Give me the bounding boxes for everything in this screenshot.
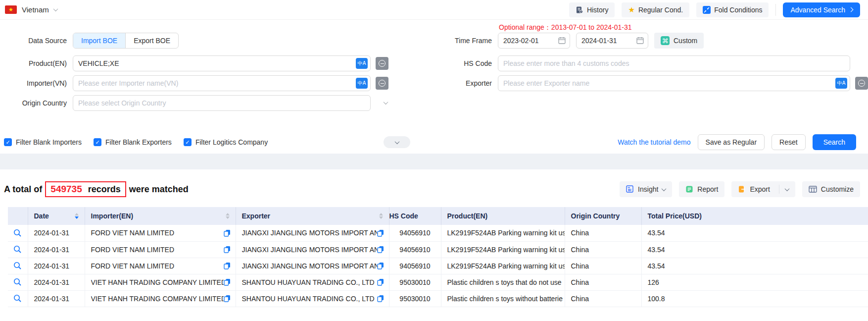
filter-checkbox[interactable]: ✓ Filter Logitics Company <box>184 138 268 146</box>
record-count-highlight-box: 549735 records <box>45 181 126 197</box>
insight-bi-icon: BI <box>626 185 634 193</box>
row-detail-cell <box>8 290 28 307</box>
filter-checkbox-label: Filter Blank Exporters <box>105 138 172 146</box>
tab-import-boe[interactable]: Import BOE <box>73 33 125 48</box>
cell-product: LK2919F524AB Parking warning kit us <box>441 262 565 270</box>
copy-icon[interactable] <box>377 246 384 253</box>
magnifier-icon[interactable] <box>13 262 22 270</box>
table-row[interactable]: 2024-01-31 VIET HANH TRADING COMPANY LIM… <box>8 290 868 307</box>
filter-checkbox[interactable]: ✓ Filter Blank Exporters <box>94 138 172 146</box>
star-icon: ★ <box>628 6 634 13</box>
command-icon: ⌘ <box>661 36 670 45</box>
header-exporter[interactable]: Exporter <box>236 207 389 225</box>
advanced-search-button[interactable]: Advanced Search <box>783 2 860 17</box>
row-detail-cell <box>8 241 28 258</box>
sort-icons[interactable] <box>75 213 79 219</box>
sort-icons[interactable] <box>226 213 230 219</box>
table-row[interactable]: 2024-01-31 FORD VIET NAM LIMITED JIANGXI… <box>8 241 868 258</box>
exact-match-icon[interactable] <box>376 77 388 90</box>
export-button-divider <box>779 185 779 194</box>
header-date[interactable]: Date <box>28 207 85 225</box>
cell-product: Plastic children s toys without batterie <box>441 295 565 303</box>
row-detail-cell <box>8 274 28 290</box>
export-icon <box>738 185 746 193</box>
date-start-field <box>498 33 570 49</box>
regular-cond-label: Regular Cond. <box>638 6 683 14</box>
copy-icon[interactable] <box>377 262 384 269</box>
origin-country-select[interactable]: Please select Origin Country <box>73 95 394 111</box>
table-row[interactable]: 2024-01-31 FORD VIET NAM LIMITED JIANGXI… <box>8 225 868 241</box>
translate-icon[interactable]: 中A <box>356 58 368 69</box>
insight-button[interactable]: BI Insight <box>620 181 672 197</box>
checkbox[interactable]: ✓ <box>4 138 12 146</box>
section-divider <box>0 154 868 169</box>
cell-total-price: 126 <box>642 278 665 286</box>
exact-match-icon[interactable] <box>376 57 388 70</box>
product-en-label: Product(EN) <box>4 55 67 71</box>
report-button[interactable]: Report <box>679 181 724 197</box>
cell-total-price: 43.54 <box>642 229 671 237</box>
cell-importer: FORD VIET NAM LIMITED <box>91 262 175 270</box>
exporter-input[interactable] <box>498 75 850 91</box>
advanced-search-label: Advanced Search <box>790 6 845 14</box>
search-button[interactable]: Search <box>813 134 856 150</box>
hs-code-input[interactable] <box>498 55 850 71</box>
history-button[interactable]: History <box>569 2 615 17</box>
chevron-down-icon <box>394 139 399 144</box>
checkbox[interactable]: ✓ <box>94 138 101 146</box>
table-row[interactable]: 2024-01-31 VIET HANH TRADING COMPANY LIM… <box>8 274 868 290</box>
filter-checkbox[interactable]: ✓ Filter Blank Importers <box>4 138 82 146</box>
header-importer[interactable]: Importer(EN) <box>85 207 236 225</box>
summary-suffix: were matched <box>129 184 189 195</box>
chevron-down-icon[interactable] <box>784 186 789 191</box>
regular-cond-button[interactable]: ★ Regular Cond. <box>622 2 689 17</box>
copy-icon[interactable] <box>377 295 384 302</box>
copy-icon[interactable] <box>377 278 384 286</box>
magnifier-icon[interactable] <box>13 278 22 286</box>
collapse-conditions-button[interactable] <box>384 136 410 148</box>
country-dropdown-caret-icon[interactable] <box>53 6 58 11</box>
top-bar: ★ Vietnam History ★ Regular Cond. <box>0 0 868 20</box>
save-as-regular-button[interactable]: Save as Regular <box>698 134 765 150</box>
cell-date: 2024-01-31 <box>28 295 76 303</box>
importer-vn-input[interactable] <box>73 75 371 91</box>
cell-origin-country: China <box>565 246 595 254</box>
vietnam-flag-icon: ★ <box>5 5 17 14</box>
results-section: A total of 549735 records were matched B… <box>0 169 868 307</box>
translate-icon[interactable]: 中A <box>835 78 847 89</box>
export-button[interactable]: Export <box>731 181 795 197</box>
fold-conditions-button[interactable]: Fold Conditions <box>696 2 769 17</box>
checkbox[interactable]: ✓ <box>184 138 192 146</box>
cell-date: 2024-01-31 <box>28 278 76 286</box>
cell-date: 2024-01-31 <box>28 262 76 270</box>
tutorial-demo-link[interactable]: Watch the tutorial demo <box>618 138 690 146</box>
copy-icon[interactable] <box>377 229 384 237</box>
row-detail-cell <box>8 225 28 241</box>
customize-button[interactable]: Customize <box>802 181 860 197</box>
magnifier-icon[interactable] <box>13 245 22 254</box>
copy-icon[interactable] <box>224 229 231 237</box>
filter-checkbox-group: ✓ Filter Blank Importers ✓ Filter Blank … <box>4 138 280 146</box>
magnifier-icon[interactable] <box>13 229 22 237</box>
optional-range-note: Optional range：2013-07-01 to 2024-01-31 <box>498 23 868 32</box>
tab-export-boe[interactable]: Export BOE <box>125 33 178 48</box>
table-row[interactable]: 2024-01-31 FORD VIET NAM LIMITED JIANGXI… <box>8 258 868 274</box>
cell-product: LK2919F524AB Parking warning kit us <box>441 229 565 237</box>
svg-text:BI: BI <box>628 188 631 192</box>
cell-exporter: SHANTOU HUAYUAN TRADING CO., LTD <box>242 278 375 286</box>
custom-range-button[interactable]: ⌘ Custom <box>654 33 704 49</box>
copy-icon[interactable] <box>224 262 231 269</box>
copy-icon[interactable] <box>224 246 231 253</box>
sort-icons[interactable] <box>379 213 383 219</box>
report-icon <box>685 185 693 193</box>
exact-match-icon[interactable] <box>855 77 868 90</box>
country-name: Vietnam <box>22 5 49 14</box>
copy-icon[interactable] <box>224 278 231 286</box>
cell-origin-country: China <box>565 295 595 303</box>
copy-icon[interactable] <box>224 295 231 302</box>
product-en-input[interactable] <box>73 55 371 71</box>
magnifier-icon[interactable] <box>13 294 22 303</box>
date-end-field <box>576 33 648 49</box>
reset-button[interactable]: Reset <box>772 134 806 150</box>
translate-icon[interactable]: 中A <box>356 78 368 89</box>
